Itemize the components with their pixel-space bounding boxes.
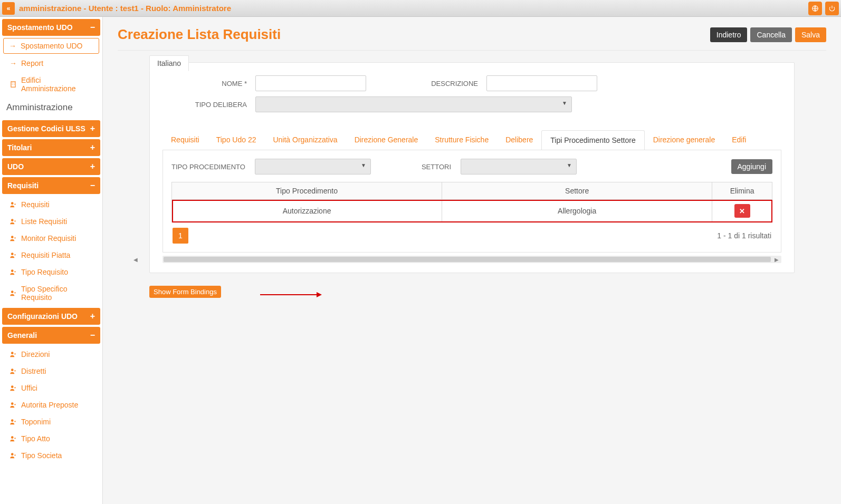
tab-direzione-generale[interactable]: Direzione generale <box>645 130 724 150</box>
tab-edifi[interactable]: Edifi <box>723 130 754 150</box>
svg-rect-5 <box>14 84 14 84</box>
sidebar-item-label: Spostamento UDO <box>21 42 83 50</box>
building-icon <box>9 81 17 88</box>
collapse-sidebar-button[interactable]: « <box>2 2 15 15</box>
plus-icon: + <box>90 162 95 171</box>
tipo-procedimento-select[interactable]: ▼ <box>255 159 371 175</box>
person-plus-icon <box>9 201 17 208</box>
descrizione-label: DESCRIZIONE <box>415 80 478 88</box>
sidebar-item-direzioni[interactable]: Direzioni <box>0 346 102 363</box>
cancel-button[interactable]: Cancella <box>750 27 791 42</box>
svg-point-6 <box>11 202 14 205</box>
person-plus-icon <box>9 251 17 259</box>
sidebar-item-spostamento-udo[interactable]: → Spostamento UDO <box>3 38 99 54</box>
sidebar-group-udo[interactable]: UDO + <box>2 158 100 175</box>
sidebar-item-label: Liste Requisiti <box>21 217 67 226</box>
show-form-bindings-button[interactable]: Show Form Bindings <box>149 286 221 298</box>
sidebar-item-label: Tipo Requisito <box>21 268 68 276</box>
sidebar-group-spostamento-udo[interactable]: Spostamento UDO − <box>2 19 100 36</box>
person-plus-icon <box>9 268 17 276</box>
globe-icon <box>811 5 819 12</box>
sidebar-group-requisiti[interactable]: Requisiti − <box>2 177 100 194</box>
sidebar-item-requisiti-piatta[interactable]: Requisiti Piatta <box>0 247 102 264</box>
language-tab[interactable]: Italiano <box>149 55 189 71</box>
descrizione-input[interactable] <box>486 75 597 91</box>
tab-delibere[interactable]: Delibere <box>497 130 541 150</box>
sidebar-group-titolari[interactable]: Titolari + <box>2 139 100 156</box>
cell-settore: Allergologia <box>442 200 712 222</box>
sidebar-item-liste-requisiti[interactable]: Liste Requisiti <box>0 213 102 230</box>
close-icon: ✕ <box>739 207 745 215</box>
sidebar-item-report[interactable]: → Report <box>0 55 102 72</box>
horizontal-scrollbar[interactable]: ◀ ▶ <box>163 256 781 263</box>
tipo-delibera-select[interactable]: ▼ <box>255 96 572 112</box>
tab-strutture-fisiche[interactable]: Strutture Fisiche <box>426 130 497 150</box>
sidebar-item-label: Requisiti <box>21 200 50 209</box>
sidebar-item-monitor-requisiti[interactable]: Monitor Requisiti <box>0 230 102 247</box>
power-button[interactable] <box>825 2 839 15</box>
svg-point-13 <box>11 369 14 371</box>
col-elimina: Elimina <box>712 182 772 200</box>
plus-icon: + <box>90 143 95 152</box>
settori-select[interactable]: ▼ <box>461 159 577 175</box>
tabs: RequisitiTipo Udo 22Unità OrganizzativaD… <box>163 130 781 150</box>
tab-tipo-udo-22[interactable]: Tipo Udo 22 <box>208 130 265 150</box>
page-title: Creazione Lista Requisiti <box>118 26 281 43</box>
sidebar-item-distretti[interactable]: Distretti <box>0 363 102 380</box>
results-count: 1 - 1 di 1 risultati <box>717 231 771 240</box>
person-plus-icon <box>9 384 17 392</box>
delete-row-button[interactable]: ✕ <box>734 204 750 218</box>
globe-button[interactable] <box>808 2 822 15</box>
back-button[interactable]: Indietro <box>710 27 748 42</box>
nome-label: NOME * <box>163 80 247 88</box>
sidebar-item-toponimi[interactable]: Toponimi <box>0 413 102 430</box>
sidebar-item-edifici-amministrazione[interactable]: Edifici Amministrazione <box>0 72 102 97</box>
sidebar-item-label: Toponimi <box>21 418 51 426</box>
sidebar-group-label: Configurazioni UDO <box>7 312 78 321</box>
sidebar-group-gestione-codici-ulss[interactable]: Gestione Codici ULSS + <box>2 120 100 137</box>
tab-tipi-procedimento-settore[interactable]: Tipi Procedimento Settore <box>541 130 644 150</box>
scrollbar-thumb[interactable] <box>164 257 771 262</box>
add-button[interactable]: Aggiungi <box>731 159 773 174</box>
svg-point-12 <box>11 352 14 354</box>
sidebar-item-tipo-societa[interactable]: Tipo Societa <box>0 447 102 464</box>
sidebar-item-label: Tipo Societa <box>21 451 62 460</box>
person-plus-icon <box>9 235 17 242</box>
tab-direzione-generale[interactable]: Direzione Generale <box>346 130 427 150</box>
svg-point-10 <box>11 269 14 272</box>
nome-input[interactable] <box>255 75 366 91</box>
results-table: Tipo Procedimento Settore Elimina Autori… <box>171 182 772 222</box>
table-row: Autorizzazione Allergologia ✕ <box>172 200 772 222</box>
sidebar-group-configurazioni-udo[interactable]: Configurazioni UDO + <box>2 308 100 325</box>
sidebar-item-tipo-requisito[interactable]: Tipo Requisito <box>0 264 102 280</box>
scroll-left-icon: ◀ <box>132 256 139 263</box>
person-plus-icon <box>9 367 17 375</box>
svg-rect-2 <box>12 83 13 83</box>
sidebar-group-label: Generali <box>7 331 37 340</box>
tipo-delibera-label: TIPO DELIBERA <box>163 101 247 109</box>
svg-rect-4 <box>12 84 13 84</box>
sidebar-item-label: Tipo Atto <box>21 434 50 443</box>
save-button[interactable]: Salva <box>795 27 826 42</box>
tab-requisiti[interactable]: Requisiti <box>163 130 208 150</box>
sidebar[interactable]: Spostamento UDO − → Spostamento UDO → Re… <box>0 17 103 504</box>
caret-down-icon: ▼ <box>562 100 567 106</box>
person-plus-icon <box>9 435 17 442</box>
tab-unità-organizzativa[interactable]: Unità Organizzativa <box>264 130 346 150</box>
annotation-arrow <box>260 294 321 295</box>
person-plus-icon <box>9 218 17 225</box>
caret-down-icon: ▼ <box>567 162 572 168</box>
sidebar-item-requisiti[interactable]: Requisiti <box>0 196 102 213</box>
sidebar-item-tipo-specifico-requisito[interactable]: Tipo Specifico Requisito <box>0 280 102 306</box>
sidebar-group-generali[interactable]: Generali − <box>2 327 100 344</box>
sidebar-item-tipo-atto[interactable]: Tipo Atto <box>0 430 102 447</box>
cell-tipo-procedimento: Autorizzazione <box>172 200 442 222</box>
minus-icon: − <box>90 23 95 32</box>
page-1-button[interactable]: 1 <box>173 228 188 244</box>
sidebar-item-uffici[interactable]: Uffici <box>0 380 102 396</box>
sidebar-item-label: Requisiti Piatta <box>21 251 70 259</box>
sidebar-item-autorita-preposte[interactable]: Autorita Preposte <box>0 396 102 413</box>
arrow-right-icon: → <box>9 42 16 50</box>
person-plus-icon <box>9 452 17 459</box>
person-plus-icon <box>9 289 17 297</box>
